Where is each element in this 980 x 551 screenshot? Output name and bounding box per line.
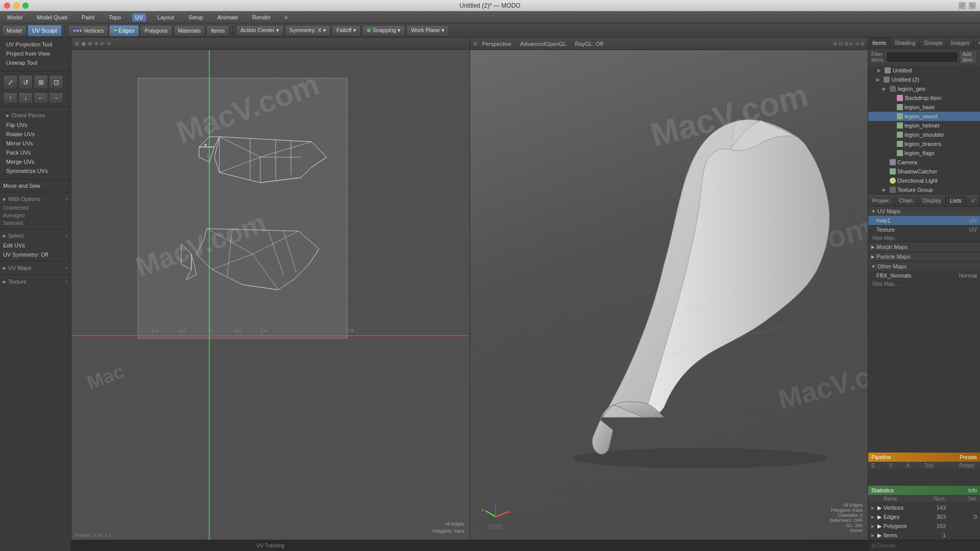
list-row-fbx-normals[interactable]: FBX_Normals Normal: [868, 271, 980, 280]
toolbar-work-plane[interactable]: Work Plane ▾: [406, 25, 449, 36]
tab-shading[interactable]: Shading: [891, 38, 920, 48]
tree-item-backdrop[interactable]: Backdrop Item: [868, 93, 980, 103]
tool-edit-uvs[interactable]: Edit UVs: [0, 241, 71, 250]
tab-items[interactable]: Items: [868, 38, 891, 48]
tab-images[interactable]: Images: [947, 38, 974, 48]
uv-grid-area[interactable]: -0.4 -0.2 0 0.2 0.4 0.9 1: [71, 50, 470, 551]
tool-icon-2[interactable]: ↺: [18, 75, 33, 89]
pipeline-presets[interactable]: Presets: [960, 455, 977, 460]
menu-uv[interactable]: UV: [132, 13, 146, 21]
toolbar-polygons[interactable]: Polygons: [140, 25, 172, 36]
menu-paint[interactable]: Paint: [79, 13, 97, 21]
menu-animate[interactable]: Animate: [214, 13, 241, 21]
list-row-map1[interactable]: map1 UV: [868, 216, 980, 225]
other-maps-add[interactable]: New Map...: [868, 280, 980, 288]
tree-item-legion-shoulder[interactable]: legion_shoulder: [868, 130, 980, 139]
toolbar-edges[interactable]: ━ Edges: [109, 25, 139, 36]
3d-viewport-content[interactable]: MacV.com MacV.com MacV.com X Y Z All Edg: [470, 50, 868, 551]
tree-item-legion-helmet[interactable]: legion_helmet: [868, 121, 980, 130]
3d-viewport[interactable]: ⊞ Perspective AdvancedOpenGL RayGL: Off …: [470, 38, 868, 551]
tab-add[interactable]: +: [974, 38, 980, 48]
tree-item-dir-light[interactable]: Directional Light: [868, 176, 980, 185]
menu-render[interactable]: Render: [249, 13, 274, 21]
vp3d-perspective[interactable]: Perspective: [479, 41, 515, 47]
arrow-up[interactable]: ↑: [3, 92, 17, 104]
uv-maps-section-header[interactable]: ▼ UV Maps: [868, 207, 980, 216]
tree-item-shadow[interactable]: ShadowCatcher: [868, 167, 980, 176]
toolbar-uv-sculpt[interactable]: UV Sculpt: [28, 25, 62, 36]
vp3d-raygl[interactable]: RayGL: Off: [572, 41, 607, 47]
tree-item-untitled2[interactable]: ▶ Untitled (2): [868, 75, 980, 84]
expand-icon[interactable]: ⤢: [959, 2, 966, 9]
tree-item-legion-sword[interactable]: legion_sword: [868, 112, 980, 121]
uv-maps-add[interactable]: New Map...: [868, 234, 980, 242]
vp3d-rendering[interactable]: AdvancedOpenGL: [517, 41, 570, 47]
btab-proper[interactable]: Proper.: [868, 195, 895, 206]
toolbar-action-center[interactable]: Action Center ▾: [236, 25, 284, 36]
shrink-icon[interactable]: ⤡: [969, 2, 976, 9]
tool-symmetrize-uvs[interactable]: Symmetrize UVs: [3, 166, 68, 176]
toolbar-snapping[interactable]: ⊕ Snapping ▾: [362, 25, 406, 36]
tree-item-texture-grp[interactable]: ▶ Texture Group: [868, 185, 980, 194]
menu-model-quad[interactable]: Model Quad: [34, 13, 70, 21]
tool-icon-3[interactable]: ⊞: [34, 75, 48, 89]
tool-uv-symmetry[interactable]: UV Symmetry: Off: [0, 250, 71, 259]
list-row-texture[interactable]: Texture UV: [868, 225, 980, 234]
add-item-button[interactable]: Add Item: [959, 50, 977, 64]
stats-row-polygons[interactable]: ▶ ▶ Polygons 162: [868, 521, 980, 531]
tool-uv-projection[interactable]: UV Projection Tool: [3, 40, 68, 49]
close-button[interactable]: [4, 3, 10, 9]
minimize-button[interactable]: [13, 3, 19, 9]
toolbar-items[interactable]: Items: [206, 25, 229, 36]
menu-layout[interactable]: Layout: [154, 13, 177, 21]
tree-item-legion-flags[interactable]: legion_flags: [868, 148, 980, 158]
filter-input[interactable]: [887, 53, 957, 62]
toolbar-falloff[interactable]: Falloff ▾: [332, 25, 361, 36]
tool-move-sew[interactable]: Move and Sew: [0, 181, 71, 190]
toolbar-symmetry[interactable]: Symmetry: X ▾: [285, 25, 331, 36]
arrow-left[interactable]: ←: [34, 92, 48, 104]
lp-orient-header[interactable]: ▶ Orient Pieces: [3, 110, 68, 120]
tool-pack-uvs[interactable]: Pack UVs: [3, 148, 68, 157]
tool-flip-uvs[interactable]: Flip UVs: [3, 120, 68, 130]
menu-setup[interactable]: Setup: [185, 13, 206, 21]
toolbar-vertices[interactable]: ●●● Vertices: [68, 25, 108, 36]
tool-mirror-uvs[interactable]: Mirror UVs: [3, 139, 68, 148]
stats-row-vertices[interactable]: ▶ ▶ Vertices 143: [868, 503, 980, 512]
menu-topo[interactable]: Topo: [106, 13, 124, 21]
btab-display[interactable]: Display: [919, 195, 946, 206]
tree-item-untitled[interactable]: ▶ Untitled: [868, 66, 980, 75]
tool-icon-1[interactable]: ⤢: [3, 75, 17, 89]
tree-item-legion-base[interactable]: legion_base: [868, 103, 980, 112]
tree-item-legion-bracers[interactable]: legion_bracers: [868, 139, 980, 148]
btab-more[interactable]: ⤢: [967, 195, 980, 206]
btab-chan[interactable]: Chan.: [895, 195, 918, 206]
particle-maps-header[interactable]: ▶ Particle Maps: [868, 252, 980, 261]
tree-item-legion-geo[interactable]: ▶ legion_geo: [868, 84, 980, 93]
select-header[interactable]: ▶ Select ▾: [0, 231, 71, 241]
toolbar-model[interactable]: Model: [2, 25, 27, 36]
maximize-button[interactable]: [22, 3, 29, 9]
btab-lists[interactable]: Lists: [946, 195, 966, 206]
arrow-down[interactable]: ↓: [18, 92, 33, 104]
morph-maps-header[interactable]: ▶ Morph Maps: [868, 242, 980, 252]
menu-model[interactable]: Model: [4, 13, 26, 21]
console-icon[interactable]: ⊞ Console...: [871, 543, 900, 548]
tool-unwrap[interactable]: Unwrap Tool: [3, 58, 68, 67]
tool-project-view[interactable]: Project from View: [3, 49, 68, 58]
tool-icon-4[interactable]: ⊡: [49, 75, 63, 89]
uv-viewport[interactable]: ⊞ ◉ ⊕ ✦ ⊳ ⊲: [71, 38, 470, 551]
render-icon[interactable]: ▶: [285, 14, 289, 20]
with-options-header[interactable]: ▶ With Options ▾: [0, 194, 71, 204]
toolbar-materials[interactable]: Materials: [174, 25, 206, 36]
tool-merge-uvs[interactable]: Merge UVs: [3, 157, 68, 166]
tree-item-camera[interactable]: Camera: [868, 158, 980, 167]
texture-header[interactable]: ▶ Texture ▾: [0, 277, 71, 287]
arrow-right[interactable]: →: [49, 92, 63, 104]
tool-rotate-uvs[interactable]: Rotate UVs: [3, 130, 68, 139]
stats-row-items[interactable]: ▶ ▶ Items 1: [868, 531, 980, 540]
tab-groups[interactable]: Groups: [920, 38, 947, 48]
stats-row-edges[interactable]: ▶ ▶ Edges 303 0: [868, 512, 980, 521]
uv-maps-header[interactable]: ▶ UV Maps ▾: [0, 263, 71, 273]
other-maps-header[interactable]: ▼ Other Maps: [868, 262, 980, 271]
